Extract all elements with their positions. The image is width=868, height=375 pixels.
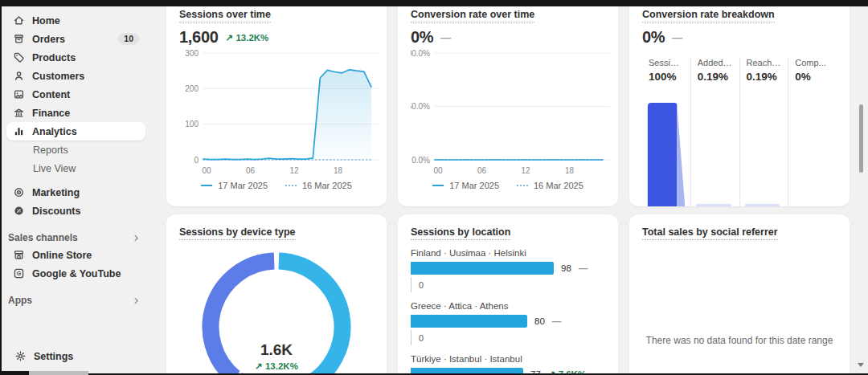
sessions-by-location-title[interactable]: Sessions by location bbox=[411, 226, 510, 240]
sidebar-item-reports[interactable]: Reports bbox=[6, 141, 145, 159]
location-label: Greece · Attica · Athens bbox=[411, 301, 605, 311]
sidebar-item-label: Marketing bbox=[32, 187, 80, 198]
sidebar-item-analytics[interactable]: Analytics bbox=[6, 122, 145, 141]
funnel-step-label: Comp... bbox=[795, 58, 830, 67]
solid-line-swatch-icon bbox=[201, 185, 212, 186]
card-sessions-by-location: Sessions by location Finland · Uusimaa ·… bbox=[398, 214, 618, 375]
location-previous-value: 0 bbox=[419, 333, 424, 343]
solid-line-swatch-icon bbox=[432, 185, 444, 186]
location-value: 80 bbox=[534, 316, 545, 326]
sidebar-item-google-youtube[interactable]: GGoogle & YouTube bbox=[6, 264, 145, 283]
svg-text:12: 12 bbox=[521, 166, 530, 175]
sidebar-item-finance[interactable]: Finance bbox=[6, 104, 145, 122]
location-previous-value: 0 bbox=[419, 280, 424, 290]
funnel-tiny-bar bbox=[745, 204, 780, 206]
donut-total-value: 1.6K bbox=[179, 341, 374, 359]
funnel-step-percent: 0.19% bbox=[747, 71, 782, 83]
svg-text:300: 300 bbox=[185, 50, 199, 58]
dotted-line-swatch-icon bbox=[285, 185, 297, 186]
location-previous-row: 0 bbox=[411, 330, 605, 345]
conversion-value: 0% bbox=[411, 28, 433, 47]
chart-legend: 17 Mar 2025 16 Mar 2025 bbox=[411, 181, 605, 190]
funnel-step-1: Sessions100% bbox=[642, 58, 690, 206]
conversion-line-chart: 100.0%50.0%0.0%00061218 bbox=[411, 50, 605, 178]
discounts-icon bbox=[13, 205, 25, 217]
sidebar-item-products[interactable]: Products bbox=[6, 48, 145, 67]
home-icon bbox=[13, 14, 25, 26]
card-conversion-rate-over-time: Conversion rate over time 0% — 100.0%50.… bbox=[398, 0, 618, 206]
sales-channels-items: Online StoreGGoogle & YouTube bbox=[6, 246, 145, 283]
sidebar-item-label: Home bbox=[32, 15, 60, 26]
location-bar-row: 80— bbox=[411, 315, 605, 328]
sidebar-item-label: Customers bbox=[32, 71, 84, 82]
svg-text:0.0%: 0.0% bbox=[411, 156, 430, 165]
conversion-metric: 0% — bbox=[411, 28, 605, 47]
vertical-scrollbar-thumb[interactable] bbox=[859, 104, 863, 173]
location-previous-row: 0 bbox=[411, 277, 605, 292]
location-label: Türkiye · Istanbul · Istanbul bbox=[411, 354, 605, 364]
sidebar-item-live-view[interactable]: Live View bbox=[6, 159, 145, 177]
sidebar-settings: Settings bbox=[8, 347, 145, 365]
chevron-right-icon bbox=[132, 234, 141, 243]
location-change: — bbox=[579, 263, 588, 273]
sidebar-item-home[interactable]: Home bbox=[6, 11, 145, 30]
location-row-3: Türkiye · Istanbul · Istanbul77↗ 7.6K%1 bbox=[411, 354, 605, 375]
conversion-funnel: Sessions100%Added to...0.19%Reached c...… bbox=[642, 58, 837, 206]
window-bottom-corner-light bbox=[29, 371, 88, 375]
products-icon bbox=[13, 51, 25, 63]
sidebar-item-online-store[interactable]: Online Store bbox=[6, 246, 145, 264]
conversion-change-dash: — bbox=[440, 31, 451, 43]
conversion-rate-title[interactable]: Conversion rate over time bbox=[411, 9, 534, 22]
sidebar-item-marketing[interactable]: Marketing bbox=[6, 183, 145, 202]
sidebar-item-label: Reports bbox=[33, 145, 68, 156]
card-sessions-by-device-type: Sessions by device type 1.6K ↗ 13.2K% bbox=[166, 214, 387, 375]
funnel-step-percent: 0% bbox=[795, 71, 830, 83]
svg-text:G: G bbox=[17, 271, 22, 276]
sidebar-item-label: Live View bbox=[33, 163, 76, 174]
scrollbar-down-arrow-icon[interactable] bbox=[858, 363, 864, 367]
sidebar-nav: HomeOrders10ProductsCustomersContentFina… bbox=[2, 6, 152, 375]
sidebar-item-content[interactable]: Content bbox=[6, 85, 145, 104]
svg-text:00: 00 bbox=[433, 166, 443, 175]
trend-up-icon: ↗ bbox=[255, 361, 263, 371]
breakdown-change-dash: — bbox=[672, 31, 682, 43]
funnel-step-label: Reached c... bbox=[747, 58, 782, 67]
customers-icon bbox=[13, 70, 25, 82]
chevron-right-icon bbox=[132, 296, 141, 305]
location-bar bbox=[411, 315, 527, 328]
funnel-step-3: Reached c...0.19% bbox=[739, 58, 788, 206]
sidebar-item-orders[interactable]: Orders10 bbox=[6, 30, 145, 48]
chart-legend: 17 Mar 2025 16 Mar 2025 bbox=[179, 181, 374, 190]
funnel-step-percent: 0.19% bbox=[698, 71, 733, 83]
funnel-step-label: Added to... bbox=[698, 58, 733, 67]
location-change: — bbox=[552, 316, 562, 326]
funnel-step-percent: 100% bbox=[649, 71, 684, 83]
sidebar-item-label: Finance bbox=[32, 108, 70, 119]
sessions-value: 1,600 bbox=[179, 28, 219, 47]
location-row-2: Greece · Attica · Athens80—0 bbox=[411, 301, 605, 345]
funnel-step-4: Comp...0% bbox=[788, 58, 837, 206]
sessions-change-badge: ↗ 13.2K% bbox=[226, 32, 269, 43]
svg-text:100.0%: 100.0% bbox=[411, 50, 430, 58]
sessions-by-device-title[interactable]: Sessions by device type bbox=[179, 226, 296, 240]
conversion-breakdown-title[interactable]: Conversion rate breakdown bbox=[642, 9, 775, 22]
window-top-bar bbox=[0, 0, 868, 6]
svg-text:18: 18 bbox=[565, 166, 575, 175]
sales-channels-header[interactable]: Sales channels bbox=[6, 230, 145, 246]
sidebar-item-settings[interactable]: Settings bbox=[8, 347, 145, 365]
location-bar-list: Finland · Uusimaa · Helsinki98—0Greece ·… bbox=[411, 248, 605, 375]
apps-header[interactable]: Apps bbox=[6, 292, 145, 308]
svg-text:50.0%: 50.0% bbox=[411, 102, 430, 111]
sidebar-item-discounts[interactable]: Discounts bbox=[6, 202, 145, 220]
sessions-change-value: 13.2K% bbox=[235, 33, 268, 43]
donut-change-badge: ↗ 13.2K% bbox=[179, 361, 374, 372]
trend-up-icon: ↗ bbox=[226, 33, 234, 43]
sessions-over-time-title[interactable]: Sessions over time bbox=[179, 9, 271, 22]
svg-text:12: 12 bbox=[289, 166, 299, 175]
social-referrer-title[interactable]: Total sales by social referrer bbox=[642, 226, 778, 240]
location-value: 98 bbox=[561, 263, 571, 273]
location-row-1: Finland · Uusimaa · Helsinki98—0 bbox=[411, 248, 605, 292]
sidebar-main-items: HomeOrders10ProductsCustomersContentFina… bbox=[6, 11, 145, 220]
funnel-tiny-bar bbox=[696, 204, 731, 206]
sidebar-item-customers[interactable]: Customers bbox=[6, 67, 145, 85]
